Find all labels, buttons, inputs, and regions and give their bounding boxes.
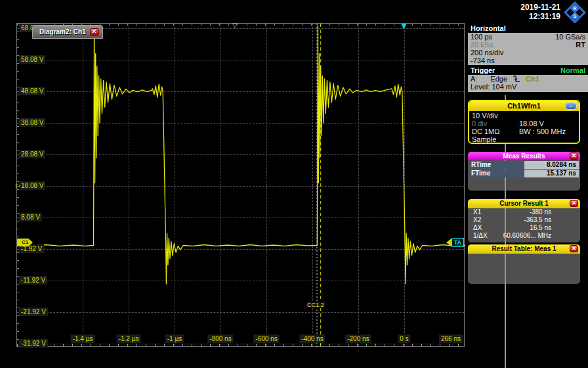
ch1wfm1-title: Ch1Wfm1 [507,102,541,110]
x-tick-label: 0 s [398,334,410,343]
cursor-x1-label: X1 [473,208,481,216]
ch1-waveform-trace[interactable] [17,25,465,284]
ch1wfm1-panel[interactable]: Ch1Wfm1 – 10 V/div 0 div 18.08 V DC 1MΩ … [468,100,580,144]
y-tick-label: -31.92 V [19,339,48,348]
offset-div-value: 0 div [472,120,519,127]
x-tick-label: -200 ns [345,334,371,343]
waveform-svg [17,24,465,348]
trigger-a-arrow-icon [446,239,452,246]
horizontal-panel-header[interactable]: Horizontal [468,23,588,33]
y-tick-label: 58.08 V [19,55,45,64]
x-tick-label: -1 µs [165,334,184,343]
meas-value: 8.0284 ns [524,161,579,169]
minimize-icon[interactable]: – [565,103,577,110]
x-tick-label: 266 ns [439,334,463,343]
meas-results-title: Meas Results [503,152,545,160]
datetime-display: 2019-11-21 12:31:19 [520,3,560,21]
cursor-dx-label: ΔX [473,224,482,232]
trigger-state: Normal [560,66,585,74]
x-tick-label: -1.2 µs [117,334,141,343]
y-tick-label: 8.08 V [19,213,42,221]
meas-mid-cell [504,170,524,177]
y-tick-label: 48.08 V [19,87,45,95]
trigger-a-marker[interactable]: TA [446,238,464,247]
list-item: X1 -380 ns [468,208,580,216]
cursor-x2-value: -363.5 ns [524,216,551,224]
trigger-panel-header[interactable]: Trigger Normal [468,65,588,75]
ch1wfm1-header[interactable]: Ch1Wfm1 – [469,101,579,111]
meas-name: RTime [469,161,503,169]
date-label: 2019-11-21 [520,3,560,12]
meas-name: FTime [469,170,503,177]
table-row: RTime 8.0284 ns [469,161,579,169]
offset-volts-value: 18.08 V [519,120,576,127]
close-icon[interactable]: ✕ [570,200,578,207]
close-icon[interactable]: ✕ [570,152,578,160]
table-row: FTime 15.137 ns [469,170,579,177]
tab-diagram2-ch1[interactable]: Diagram2: Ch1 ✕ [32,25,103,39]
reference-point-icon[interactable]: ▽ [232,22,238,29]
y-tick-label: 38.08 V [19,118,45,127]
list-item: X2 -363.5 ns [468,216,580,224]
trigger-level-value: Level: 104 mV [471,83,516,91]
cursor-x1-value: -380 ns [530,208,551,216]
meas-results-panel[interactable]: Meas Results ✕ RTime 8.0284 ns FTime 15.… [468,152,580,191]
trigger-a-label: TA [452,238,464,247]
rohde-schwarz-logo-icon: R S [564,1,586,24]
x-tick-label: -1.4 µs [71,334,95,343]
y-tick-label: 18.08 V [19,181,45,190]
x-tick-label: -800 ns [207,334,233,343]
meas-mid-cell [504,161,524,169]
bandwidth-value: BW : 500 MHz [519,127,576,135]
horizontal-title: Horizontal [471,24,506,32]
trigger-position-icon[interactable]: ▼ [400,21,408,31]
cursor-label[interactable]: CC1.2 [306,302,325,308]
falling-edge-icon [513,75,520,83]
vertical-scale-value: 10 V/div [472,112,576,120]
cursor-label-main: C1.2 [312,302,324,308]
acquisition-mode-value: RT [576,41,585,49]
cursor-inv-dx-value: 60.60606... MHz [503,232,551,240]
result-table-title: Result Table: Meas 1 [492,245,556,252]
decimation-mode-value: Sample [472,135,576,143]
list-item: ΔX 16.5 ns [468,224,580,232]
channel-offset-arrow-icon[interactable]: ▷ [16,182,20,189]
y-tick-label: -11.92 V [19,276,47,285]
close-icon[interactable]: ✕ [570,245,578,252]
x-tick-label: -400 ns [299,334,325,343]
cursor-x2-label: X2 [473,216,481,224]
horizontal-panel[interactable]: 100 ps 10 GSa/s 20 kSa RT 200 ns/div -73… [468,33,588,65]
oscilloscope-app: 2019-11-21 12:31:19 R S -1.4 µs-1.2 µs-1… [0,0,588,368]
cursor-result-title: Cursor Result 1 [499,200,548,207]
timebase-scale-value: 200 ns/div [471,49,503,57]
resolution-value: 100 ps [471,33,492,41]
trigger-source: Ch1 [526,75,539,83]
meas-results-header[interactable]: Meas Results ✕ [468,152,580,160]
cursor-result-header[interactable]: Cursor Result 1 ✕ [468,199,580,208]
record-length-value: 20 kSa [471,41,493,49]
cursor-result-panel[interactable]: Cursor Result 1 ✕ X1 -380 ns X2 -363.5 n… [468,199,580,242]
sample-rate-value: 10 GSa/s [555,33,585,41]
trigger-title: Trigger [471,66,495,74]
waveform-diagram[interactable]: -1.4 µs-1.2 µs-1 µs-800 ns-600 ns-400 ns… [16,23,465,347]
y-tick-label: -21.92 V [19,308,48,316]
close-icon[interactable]: ✕ [90,28,99,36]
coupling-value: DC 1MΩ [472,127,519,135]
trigger-panel[interactable]: A: Edge Ch1 Level: 104 mV [468,75,588,92]
result-table-header[interactable]: Result Table: Meas 1 ✕ [468,244,580,254]
trigger-a-prefix: A: [471,75,477,83]
meas-value: 15.137 ns [524,170,579,177]
list-item: 1/ΔX 60.60606... MHz [468,232,580,240]
time-label: 12:31:19 [520,12,560,21]
result-table-panel[interactable]: Result Table: Meas 1 ✕ [468,244,580,284]
cursor-inv-dx-label: 1/ΔX [473,232,488,240]
x-tick-label: -600 ns [253,334,279,343]
cursor-dx-value: 16.5 ns [530,224,551,232]
horizontal-position-value: -734 ns [471,57,495,64]
trigger-type: Edge [490,75,507,83]
tab-label: Diagram2: Ch1 [39,28,86,35]
y-tick-label: 28.08 V [19,150,45,158]
